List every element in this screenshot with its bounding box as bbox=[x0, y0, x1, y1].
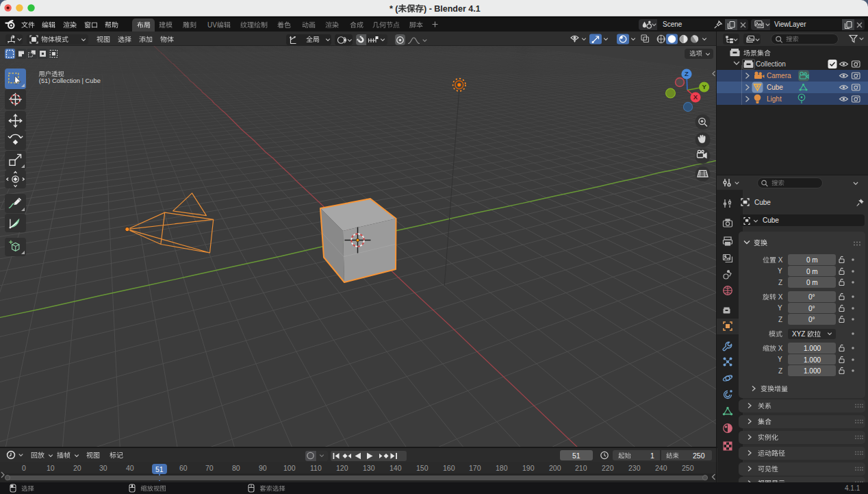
svg-text:Y: Y bbox=[778, 304, 782, 312]
svg-text:1.000: 1.000 bbox=[804, 345, 821, 352]
svg-text:X: X bbox=[693, 93, 698, 101]
svg-text:(51) Collection | Cube: (51) Collection | Cube bbox=[39, 77, 101, 84]
svg-text:110: 110 bbox=[310, 464, 322, 472]
svg-text:1: 1 bbox=[650, 451, 654, 459]
svg-text:120: 120 bbox=[336, 464, 348, 472]
svg-text:230: 230 bbox=[628, 464, 641, 472]
svg-text:Y: Y bbox=[778, 356, 782, 363]
svg-text:70: 70 bbox=[205, 464, 214, 472]
svg-text:Scene: Scene bbox=[663, 21, 682, 28]
svg-text:0°: 0° bbox=[808, 316, 815, 323]
svg-text:250: 250 bbox=[693, 451, 705, 459]
svg-text:UV: UV bbox=[207, 21, 217, 29]
svg-text:90: 90 bbox=[259, 464, 267, 472]
svg-text:240: 240 bbox=[655, 464, 667, 472]
svg-text:X: X bbox=[776, 256, 783, 264]
svg-text:Collection: Collection bbox=[756, 60, 786, 68]
svg-text:Cube: Cube bbox=[767, 84, 783, 91]
svg-text:) - Blender 4.1: ) - Blender 4.1 bbox=[424, 4, 481, 14]
svg-text:Z: Z bbox=[778, 316, 782, 323]
svg-text:250: 250 bbox=[682, 464, 694, 472]
svg-text:Z: Z bbox=[685, 70, 689, 77]
svg-text:100: 100 bbox=[283, 464, 296, 472]
svg-text:180: 180 bbox=[496, 464, 508, 472]
svg-text:30: 30 bbox=[99, 464, 107, 472]
svg-text:XYZ: XYZ bbox=[792, 330, 807, 338]
svg-text:Camera: Camera bbox=[767, 72, 791, 79]
svg-text:190: 190 bbox=[522, 464, 535, 472]
svg-text:0 m: 0 m bbox=[806, 256, 818, 264]
svg-text:Cube: Cube bbox=[763, 217, 779, 224]
svg-text:X: X bbox=[776, 345, 783, 352]
svg-text:130: 130 bbox=[363, 464, 375, 472]
svg-text:0 m: 0 m bbox=[806, 268, 818, 275]
svg-text:0°: 0° bbox=[808, 293, 815, 301]
svg-text:200: 200 bbox=[549, 464, 561, 472]
svg-text:* (: * ( bbox=[390, 4, 398, 14]
svg-text:10: 10 bbox=[47, 464, 55, 472]
svg-text:Y: Y bbox=[778, 267, 782, 275]
svg-text:1.000: 1.000 bbox=[804, 367, 821, 375]
svg-text:140: 140 bbox=[390, 464, 402, 472]
svg-text:150: 150 bbox=[416, 464, 429, 472]
svg-text:ViewLayer: ViewLayer bbox=[774, 21, 806, 28]
svg-text:51: 51 bbox=[155, 465, 164, 473]
svg-text:0: 0 bbox=[22, 464, 26, 472]
svg-text:Light: Light bbox=[767, 95, 782, 103]
svg-text:1.000: 1.000 bbox=[804, 356, 821, 364]
svg-text:Z: Z bbox=[778, 279, 782, 286]
svg-text:51: 51 bbox=[572, 451, 580, 459]
svg-text:160: 160 bbox=[443, 464, 455, 472]
svg-text:220: 220 bbox=[602, 464, 614, 472]
svg-text:X: X bbox=[776, 293, 783, 301]
svg-text:0°: 0° bbox=[808, 305, 815, 312]
svg-text:Cube: Cube bbox=[754, 199, 771, 206]
svg-text:0 m: 0 m bbox=[806, 279, 818, 286]
svg-text:80: 80 bbox=[232, 464, 240, 472]
svg-text:40: 40 bbox=[126, 464, 134, 472]
svg-text:4.1.1: 4.1.1 bbox=[845, 484, 860, 492]
svg-text:60: 60 bbox=[179, 464, 188, 472]
svg-text:Z: Z bbox=[778, 367, 782, 375]
svg-text:170: 170 bbox=[469, 464, 481, 472]
svg-text:Y: Y bbox=[702, 83, 706, 90]
svg-text:210: 210 bbox=[575, 464, 587, 472]
svg-text:20: 20 bbox=[73, 464, 81, 472]
